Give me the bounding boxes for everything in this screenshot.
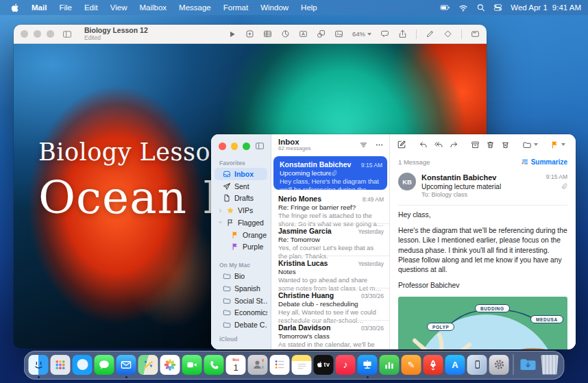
close-button[interactable] — [21, 30, 28, 38]
apple-menu-icon[interactable] — [11, 3, 20, 13]
attachment-diagram[interactable]: POLYP BUDDING MEDUSA — [398, 297, 567, 349]
dock-calendar-icon[interactable]: Wed 1 — [226, 355, 246, 375]
menu-mailbox[interactable]: Mailbox — [133, 3, 173, 12]
dock-contacts-icon[interactable] — [248, 355, 268, 375]
dock-downloads-icon[interactable] — [518, 355, 538, 375]
sidebar-item-vips[interactable]: VIPs — [211, 204, 267, 217]
summarize-button[interactable]: Summarize — [520, 158, 567, 166]
dock-finder-icon[interactable] — [29, 355, 49, 375]
close-button[interactable] — [219, 143, 226, 150]
reply-button[interactable] — [419, 140, 428, 149]
sidebar-item-sent[interactable]: Sent — [215, 180, 267, 193]
reply-all-button[interactable] — [434, 140, 443, 149]
chart-button[interactable] — [281, 29, 290, 38]
menu-edit[interactable]: Edit — [78, 3, 104, 12]
to-recipient[interactable]: Biology class — [432, 191, 468, 198]
dock-safari-icon[interactable] — [73, 355, 93, 375]
dock-music-icon[interactable]: ♪ — [336, 355, 356, 375]
sidebar-toggle-icon[interactable] — [255, 141, 265, 151]
sidebar-item-social-studies[interactable]: Social St… — [215, 295, 267, 307]
minimize-button[interactable] — [34, 30, 41, 38]
message-row[interactable]: Darla Davidson03/30/26 Tomorrow's class … — [271, 320, 389, 349]
menu-bar-clock[interactable]: Wed Apr 1 9:41 AM — [511, 3, 581, 12]
spotlight-search-icon[interactable] — [476, 3, 485, 12]
dock-keynote-icon[interactable] — [358, 355, 378, 375]
junk-button[interactable] — [501, 140, 510, 149]
sidebar-item-inbox[interactable]: Inbox — [215, 168, 267, 180]
minimize-button[interactable] — [231, 143, 238, 150]
sidebar-item-drafts[interactable]: Drafts — [215, 193, 267, 205]
media-button[interactable] — [334, 29, 343, 38]
message-count-label: 1 Message — [398, 158, 430, 166]
sidebar-toggle-icon[interactable] — [62, 29, 72, 39]
format-brush-button[interactable] — [426, 29, 434, 38]
sidebar-item-flag-orange[interactable]: Orange — [215, 229, 267, 241]
message-row-selected[interactable]: Konstantin Babichev9:15 AM Upcoming lect… — [273, 156, 387, 190]
compose-button[interactable] — [397, 140, 406, 149]
document-settings-button[interactable] — [471, 29, 480, 38]
share-button[interactable] — [398, 29, 407, 38]
sidebar-item-flag-purple[interactable]: Purple — [215, 241, 267, 254]
message-list: Konstantin Babichev9:15 AM Upcoming lect… — [271, 155, 389, 349]
mail-window[interactable]: Favorites Inbox Sent Drafts VIPs F — [211, 134, 576, 349]
message-row[interactable]: Nerio Mones8:49 AM Re: Fringe or barrier… — [271, 191, 389, 223]
message-row[interactable]: Kristina LucasYesterday Notes Wanted to … — [271, 256, 389, 288]
menu-window[interactable]: Window — [254, 3, 295, 12]
sidebar-item-bio[interactable]: Bio — [215, 270, 267, 282]
comment-button[interactable] — [380, 29, 389, 38]
filter-icon[interactable] — [359, 140, 368, 149]
menu-app-name[interactable]: Mail — [25, 3, 53, 12]
dock-pages-icon[interactable]: ✎ — [402, 355, 421, 375]
sidebar-item-flagged[interactable]: Flagged — [211, 217, 267, 229]
dock-games-icon[interactable] — [424, 355, 443, 375]
message-row[interactable]: Christine Huang03/30/26 Debate club - re… — [271, 288, 389, 320]
dock-photos-icon[interactable] — [160, 355, 180, 375]
forward-button[interactable] — [450, 140, 458, 149]
dock-facetime-icon[interactable] — [182, 355, 202, 375]
move-to-folder-dropdown[interactable] — [522, 140, 538, 149]
archive-button[interactable] — [471, 140, 480, 149]
dock-numbers-icon[interactable] — [380, 355, 400, 375]
flag-dropdown[interactable] — [550, 140, 565, 149]
add-slide-button[interactable] — [245, 29, 254, 38]
dock-messages-icon[interactable] — [95, 355, 114, 375]
table-button[interactable] — [263, 29, 272, 38]
dock-maps-icon[interactable] — [138, 355, 158, 375]
animate-button[interactable] — [443, 29, 452, 38]
text-box-button[interactable] — [299, 29, 308, 38]
chevron-down-icon[interactable] — [217, 220, 223, 225]
message-subject: Re: Fringe or barrier reef? — [278, 203, 384, 211]
menu-file[interactable]: File — [53, 3, 78, 12]
zoom-level-dropdown[interactable]: 64% — [352, 30, 371, 38]
menu-format[interactable]: Format — [217, 3, 254, 12]
zoom-button[interactable] — [243, 143, 250, 150]
battery-icon[interactable] — [440, 2, 450, 13]
control-center-icon[interactable] — [493, 3, 502, 12]
dock-notes-icon[interactable] — [292, 355, 312, 375]
dock-settings-icon[interactable] — [489, 355, 509, 375]
message-preview: As stated in the calendar, we'll be — [278, 341, 384, 349]
diagram-label-polyp: POLYP — [427, 323, 454, 331]
dock-phone-icon[interactable] — [204, 355, 224, 375]
dock-iphone-mirroring-icon[interactable] — [467, 355, 487, 375]
dock-trash-icon[interactable] — [540, 355, 560, 375]
dock-reminders-icon[interactable] — [270, 355, 290, 375]
sidebar-item-debate-club[interactable]: Debate C… — [215, 319, 267, 331]
more-options-icon[interactable] — [375, 140, 384, 149]
wifi-icon[interactable] — [458, 3, 468, 13]
sidebar-item-spanish[interactable]: Spanish — [215, 282, 267, 295]
sidebar-item-economics[interactable]: Economics — [215, 307, 267, 319]
dock-mail-icon[interactable] — [117, 355, 136, 375]
trash-button[interactable] — [486, 140, 495, 149]
zoom-button[interactable] — [47, 30, 54, 38]
dock-appletv-icon[interactable]: tv — [314, 355, 334, 375]
play-button[interactable] — [228, 30, 236, 38]
dock-launchpad-icon[interactable] — [51, 355, 71, 375]
menu-help[interactable]: Help — [295, 3, 323, 12]
chevron-right-icon[interactable] — [218, 208, 223, 214]
message-row[interactable]: Jasmine GarciaYesterday Re: Tomorrow Yes… — [271, 223, 389, 256]
menu-message[interactable]: Message — [173, 3, 217, 12]
menu-view[interactable]: View — [104, 3, 134, 12]
shapes-button[interactable] — [317, 29, 326, 38]
dock-appstore-icon[interactable]: A — [445, 355, 465, 375]
